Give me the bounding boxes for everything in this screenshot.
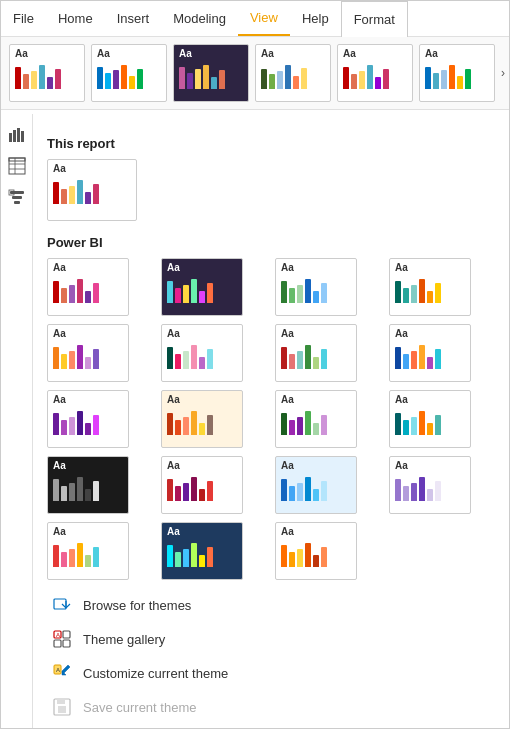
bottom-menu-howto[interactable]: ?How to create a theme [47,724,495,728]
theme-card-pbi-3[interactable]: Aa [275,258,357,316]
theme-card-pbi-1[interactable]: Aa [47,258,129,316]
menu-help[interactable]: Help [290,1,341,36]
powerbi-label: Power BI [47,235,495,250]
menu-view[interactable]: View [238,1,290,36]
theme-card-ribbon-t4[interactable]: Aa [255,44,331,102]
theme-panel: This report Aa Power BI AaAaAaAaAaAaAaAa… [33,114,509,728]
svg-rect-1 [13,130,16,142]
menu-home[interactable]: Home [46,1,105,36]
theme-card-pbi-18[interactable]: Aa [161,522,243,580]
theme-card-pbi-11[interactable]: Aa [275,390,357,448]
svg-rect-2 [17,128,20,142]
bottom-menu-label-customize: Customize current theme [83,666,228,681]
theme-card-pbi-7[interactable]: Aa [275,324,357,382]
theme-card-pbi-17[interactable]: Aa [47,522,129,580]
theme-card-ribbon-t5[interactable]: Aa [337,44,413,102]
svg-rect-5 [9,158,25,174]
svg-rect-3 [21,131,24,142]
bottom-menu-browse[interactable]: Browse for themes [47,588,495,622]
save-icon [51,696,73,718]
theme-card-this-report[interactable]: Aa [47,159,137,221]
svg-rect-0 [9,133,12,142]
customize-icon: A [51,662,73,684]
theme-card-pbi-10[interactable]: Aa [161,390,243,448]
theme-card-pbi-2[interactable]: Aa [161,258,243,316]
bottom-menu-customize[interactable]: ACustomize current theme [47,656,495,690]
menu-insert[interactable]: Insert [105,1,162,36]
theme-card-ribbon-t3[interactable]: Aa [173,44,249,102]
theme-card-pbi-19[interactable]: Aa [275,522,357,580]
theme-card-pbi-15[interactable]: Aa [275,456,357,514]
svg-rect-17 [63,631,70,638]
ribbon-scroll-arrow[interactable]: › [501,43,505,103]
menu-bar: File Home Insert Modeling View Help Form… [1,1,509,37]
bottom-menu-save: Save current theme [47,690,495,724]
svg-rect-24 [58,706,66,713]
theme-card-pbi-14[interactable]: Aa [161,456,243,514]
theme-card-pbi-4[interactable]: Aa [389,258,471,316]
chart-icon[interactable] [5,122,29,146]
bottom-menu-label-save: Save current theme [83,700,196,715]
theme-card-ribbon-t1[interactable]: Aa [9,44,85,102]
bottom-menu-label-gallery: Theme gallery [83,632,165,647]
theme-card-pbi-5[interactable]: Aa [47,324,129,382]
menu-format[interactable]: Format [341,1,408,37]
theme-card-pbi-6[interactable]: Aa [161,324,243,382]
svg-text:A: A [56,632,60,638]
ribbon-themes-row: AaAaAaAaAaAa› [1,37,509,110]
theme-card-pbi-13[interactable]: Aa [47,456,129,514]
sidebar [1,114,33,728]
svg-rect-13 [54,599,66,609]
svg-text:A: A [56,667,60,673]
svg-rect-11 [14,201,20,204]
browse-icon [51,594,73,616]
svg-rect-19 [63,640,70,647]
menu-modeling[interactable]: Modeling [161,1,238,36]
table-icon[interactable] [5,154,29,178]
gallery-icon: A [51,628,73,650]
filter-icon[interactable] [5,186,29,210]
theme-card-pbi-16[interactable]: Aa [389,456,471,514]
this-report-label: This report [47,136,495,151]
menu-file[interactable]: File [1,1,46,36]
bottom-menu-label-browse: Browse for themes [83,598,191,613]
theme-card-pbi-8[interactable]: Aa [389,324,471,382]
theme-card-pbi-12[interactable]: Aa [389,390,471,448]
svg-rect-23 [57,699,65,704]
theme-card-ribbon-t2[interactable]: Aa [91,44,167,102]
this-report-theme-card[interactable]: Aa [47,159,495,221]
svg-rect-10 [12,196,22,199]
powerbi-themes-grid: AaAaAaAaAaAaAaAaAaAaAaAaAaAaAaAaAaAaAa [47,258,495,580]
main-area: This report Aa Power BI AaAaAaAaAaAaAaAa… [1,114,509,728]
svg-rect-9 [10,191,24,194]
theme-card-ribbon-t6[interactable]: Aa [419,44,495,102]
svg-rect-18 [54,640,61,647]
app-window: File Home Insert Modeling View Help Form… [0,0,510,729]
bottom-menu-gallery[interactable]: ATheme gallery [47,622,495,656]
bottom-menu: Browse for themesATheme galleryACustomiz… [47,588,495,728]
theme-card-pbi-9[interactable]: Aa [47,390,129,448]
